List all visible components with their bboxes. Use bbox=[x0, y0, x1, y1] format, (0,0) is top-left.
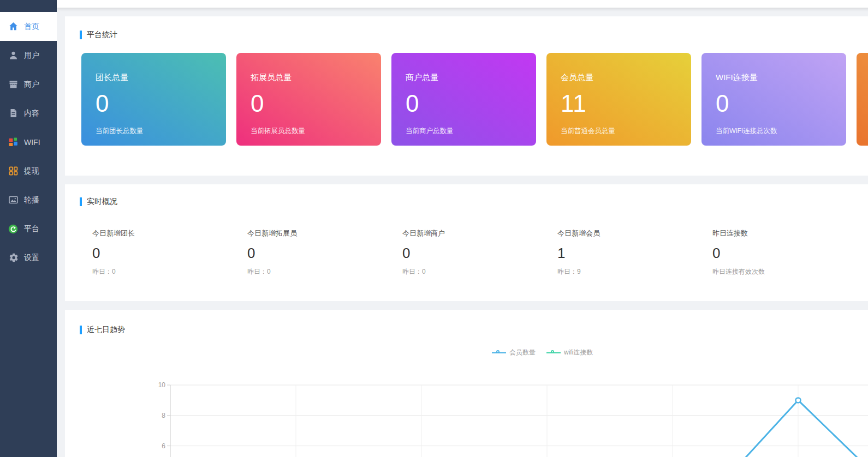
stat-sub: 昨日：9 bbox=[557, 267, 712, 276]
card-value: 11 bbox=[561, 92, 691, 116]
withdraw-grid-icon bbox=[8, 166, 18, 176]
platform-icon bbox=[8, 224, 18, 234]
svg-text:6: 6 bbox=[162, 442, 165, 450]
stat-card-members: 会员总量 11 当前普通会员总量 bbox=[546, 53, 691, 146]
sidebar-item-label: 平台 bbox=[24, 224, 39, 234]
stat-value: 0 bbox=[247, 245, 402, 262]
chart-legend: 会员数量 wifi连接数 bbox=[492, 348, 593, 357]
section-accent-bar bbox=[80, 326, 82, 334]
trend-panel: 近七日趋势 会员数量 wifi连接数 1086 bbox=[65, 310, 868, 457]
svg-text:10: 10 bbox=[158, 381, 166, 389]
sidebar-item-label: 轮播 bbox=[24, 195, 39, 205]
card-value: 0 bbox=[96, 92, 226, 116]
stat-value: 0 bbox=[402, 245, 557, 262]
sidebar-item-users[interactable]: 用户 bbox=[0, 41, 57, 70]
sidebar-item-settings[interactable]: 设置 bbox=[0, 243, 57, 272]
sidebar-item-label: 商户 bbox=[24, 80, 39, 89]
sidebar: 首页 用户 商户 内容 WIFI bbox=[0, 0, 57, 457]
merchant-icon bbox=[8, 80, 18, 89]
stat-card-expanders: 拓展员总量 0 当前拓展员总数量 bbox=[236, 53, 381, 146]
home-icon bbox=[8, 22, 18, 32]
stat-card-leaders: 团长总量 0 当前团长总数量 bbox=[81, 53, 226, 146]
realtime-panel: 实时概况 今日新增团长 0 昨日：0 今日新增拓展员 0 昨日：0 今日新增商户… bbox=[65, 184, 868, 301]
stat-label: 昨日连接数 bbox=[712, 229, 867, 238]
stat-value: 1 bbox=[557, 245, 712, 262]
sidebar-item-content[interactable]: 内容 bbox=[0, 99, 57, 128]
platform-stats-panel: 平台统计 团长总量 0 当前团长总数量 拓展员总量 0 当前拓展员总数量 商户总… bbox=[65, 16, 868, 176]
sidebar-item-label: 设置 bbox=[24, 253, 39, 263]
stat-card-partial bbox=[857, 53, 868, 146]
section-title-text: 平台统计 bbox=[87, 30, 117, 40]
stat-value: 0 bbox=[712, 245, 867, 262]
legend-item-members[interactable]: 会员数量 bbox=[492, 348, 536, 357]
sidebar-item-withdraw[interactable]: 提现 bbox=[0, 157, 57, 185]
section-accent-bar bbox=[80, 31, 82, 39]
card-desc: 当前普通会员总量 bbox=[561, 127, 691, 136]
settings-gear-icon bbox=[8, 253, 18, 263]
stat-sub: 昨日：0 bbox=[247, 267, 402, 276]
card-title: 商户总量 bbox=[406, 73, 536, 83]
card-desc: 当前WiFi连接总次数 bbox=[716, 127, 846, 136]
sidebar-item-label: 首页 bbox=[24, 22, 39, 32]
section-title-realtime: 实时概况 bbox=[80, 197, 868, 207]
stat-sub: 昨日：0 bbox=[92, 267, 247, 276]
sidebar-item-label: WIFI bbox=[24, 138, 40, 147]
stat-label: 今日新增会员 bbox=[557, 229, 712, 238]
legend-label: wifi连接数 bbox=[564, 348, 593, 357]
stat-label: 今日新增拓展员 bbox=[247, 229, 402, 238]
content-icon bbox=[8, 109, 18, 118]
header-strip bbox=[57, 0, 868, 8]
sidebar-item-platform[interactable]: 平台 bbox=[0, 214, 57, 243]
sidebar-item-wifi[interactable]: WIFI bbox=[0, 128, 57, 157]
stat-sub: 昨日：0 bbox=[402, 267, 557, 276]
main-content: 平台统计 团长总量 0 当前团长总数量 拓展员总量 0 当前拓展员总数量 商户总… bbox=[57, 0, 868, 457]
card-value: 0 bbox=[406, 92, 536, 116]
legend-label: 会员数量 bbox=[509, 348, 536, 357]
sidebar-item-merchants[interactable]: 商户 bbox=[0, 70, 57, 99]
stat-value: 0 bbox=[92, 245, 247, 262]
user-icon bbox=[8, 51, 18, 61]
card-value: 0 bbox=[716, 92, 846, 116]
stat-label: 今日新增商户 bbox=[402, 229, 557, 238]
stat-new-members: 今日新增会员 1 昨日：9 bbox=[557, 229, 712, 276]
stat-card-wifi: WIFI连接量 0 当前WiFi连接总次数 bbox=[701, 53, 846, 146]
card-title: 拓展员总量 bbox=[251, 73, 381, 83]
sidebar-item-label: 内容 bbox=[24, 109, 39, 118]
stat-cards-row: 团长总量 0 当前团长总数量 拓展员总量 0 当前拓展员总数量 商户总量 0 当… bbox=[81, 53, 868, 146]
stat-yesterday-connections: 昨日连接数 0 昨日连接有效次数 bbox=[712, 229, 867, 276]
section-title-platform-stats: 平台统计 bbox=[80, 30, 868, 40]
section-title-text: 实时概况 bbox=[87, 197, 117, 207]
section-title-trend: 近七日趋势 bbox=[80, 325, 868, 335]
sidebar-item-label: 用户 bbox=[24, 51, 39, 61]
stat-new-expanders: 今日新增拓展员 0 昨日：0 bbox=[247, 229, 402, 276]
trend-chart-svg: 1086 bbox=[65, 371, 868, 457]
stat-card-merchants: 商户总量 0 当前商户总数量 bbox=[391, 53, 536, 146]
card-title: 团长总量 bbox=[96, 73, 226, 83]
realtime-stats-row: 今日新增团长 0 昨日：0 今日新增拓展员 0 昨日：0 今日新增商户 0 昨日… bbox=[92, 229, 868, 276]
sidebar-item-home[interactable]: 首页 bbox=[0, 12, 57, 41]
card-value: 0 bbox=[251, 92, 381, 116]
sidebar-item-label: 提现 bbox=[24, 166, 39, 176]
section-title-text: 近七日趋势 bbox=[87, 325, 125, 335]
stat-new-merchants: 今日新增商户 0 昨日：0 bbox=[402, 229, 557, 276]
card-desc: 当前拓展员总数量 bbox=[251, 127, 381, 136]
card-desc: 当前团长总数量 bbox=[96, 127, 226, 136]
stat-new-leaders: 今日新增团长 0 昨日：0 bbox=[92, 229, 247, 276]
legend-item-wifi[interactable]: wifi连接数 bbox=[546, 348, 593, 357]
stat-sub: 昨日连接有效次数 bbox=[712, 267, 867, 276]
line-circle-marker-icon bbox=[546, 350, 561, 356]
sidebar-item-carousel[interactable]: 轮播 bbox=[0, 185, 57, 214]
line-circle-marker-icon bbox=[492, 350, 506, 356]
stat-label: 今日新增团长 bbox=[92, 229, 247, 238]
section-accent-bar bbox=[80, 197, 82, 206]
card-desc: 当前商户总数量 bbox=[406, 127, 536, 136]
svg-text:8: 8 bbox=[162, 412, 165, 419]
wifi-apps-icon bbox=[8, 137, 18, 147]
trend-line-chart[interactable]: 1086 bbox=[65, 371, 868, 457]
app-root: 首页 用户 商户 内容 WIFI bbox=[0, 0, 868, 457]
card-title: 会员总量 bbox=[561, 73, 691, 83]
card-title: WIFI连接量 bbox=[716, 73, 846, 83]
carousel-image-icon bbox=[8, 195, 18, 205]
